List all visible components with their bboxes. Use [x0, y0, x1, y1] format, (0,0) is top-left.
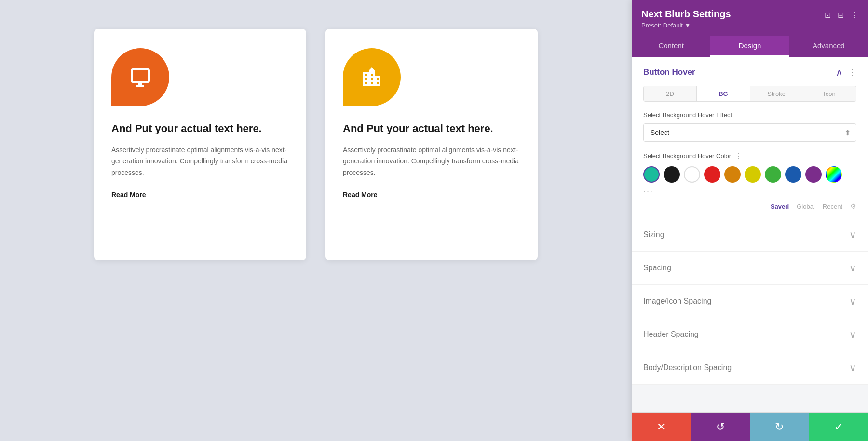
tab-content[interactable]: Content — [632, 36, 710, 57]
columns-icon[interactable]: ⊞ — [838, 11, 844, 20]
image-icon-spacing-title: Image/Icon Spacing — [643, 297, 711, 306]
bg-hover-effect-select[interactable]: Select — [643, 123, 856, 142]
spacing-section: Spacing ∨ — [632, 252, 868, 285]
image-icon-spacing-chevron-icon: ∨ — [849, 295, 856, 307]
color-swatch-green[interactable] — [765, 166, 781, 183]
color-tab-recent[interactable]: Recent — [823, 203, 842, 210]
panel-header-left: Next Blurb Settings Preset: Default ▼ — [641, 9, 731, 29]
color-tab-saved[interactable]: Saved — [771, 203, 789, 210]
building-icon — [360, 66, 383, 89]
sub-tab-icon[interactable]: Icon — [803, 86, 856, 101]
blurb-icon-bg-2 — [343, 48, 401, 106]
spacing-header[interactable]: Spacing ∨ — [632, 252, 868, 284]
bg-hover-effect-label: Select Background Hover Effect — [643, 111, 856, 119]
image-icon-spacing-header[interactable]: Image/Icon Spacing ∨ — [632, 285, 868, 318]
canvas-area: And Put your actual text here. Assertive… — [0, 0, 632, 441]
sizing-chevron-icon: ∨ — [849, 229, 856, 241]
color-swatch-gradient[interactable] — [826, 166, 842, 183]
monitor-icon — [129, 66, 152, 89]
sizing-section: Sizing ∨ — [632, 218, 868, 252]
panel-preset[interactable]: Preset: Default ▼ — [641, 22, 731, 29]
bg-hover-color-label-row: Select Background Hover Color ⋮ — [632, 151, 868, 166]
button-hover-title: Button Hover — [643, 67, 695, 77]
sub-tab-stroke[interactable]: Stroke — [750, 86, 803, 101]
panel-header: Next Blurb Settings Preset: Default ▼ ⊡ … — [632, 0, 868, 36]
color-swatch-white[interactable] — [684, 166, 700, 183]
color-swatch-black[interactable] — [664, 166, 680, 183]
button-hover-actions: ∧ ⋮ — [836, 67, 856, 78]
blurb-icon-bg-1 — [111, 48, 169, 106]
body-spacing-section: Body/Description Spacing ∨ — [632, 351, 868, 385]
read-more-link-2[interactable]: Read More — [343, 191, 378, 199]
bg-hover-color-label: Select Background Hover Color — [643, 152, 731, 160]
color-more-icon[interactable]: ⋮ — [735, 151, 743, 160]
button-hover-sub-tabs: 2D BG Stroke Icon — [643, 86, 856, 102]
color-settings-icon[interactable]: ⚙ — [850, 202, 856, 210]
panel-title: Next Blurb Settings — [641, 9, 731, 20]
sub-tab-2d[interactable]: 2D — [644, 86, 697, 101]
body-spacing-header[interactable]: Body/Description Spacing ∨ — [632, 351, 868, 384]
blurb-body-1: Assertively procrastinate optimal alignm… — [111, 145, 289, 179]
color-more-swatches[interactable]: ··· — [632, 187, 868, 200]
blurb-title-2: And Put your actual text here. — [343, 121, 520, 136]
spacing-chevron-icon: ∨ — [849, 262, 856, 274]
color-swatch-red[interactable] — [704, 166, 720, 183]
tab-advanced[interactable]: Advanced — [789, 36, 868, 57]
color-tabs-row: Saved Global Recent ⚙ — [632, 200, 868, 218]
color-swatch-orange[interactable] — [724, 166, 741, 183]
header-spacing-section: Header Spacing ∨ — [632, 318, 868, 351]
sub-tab-bg[interactable]: BG — [697, 86, 750, 101]
blurb-card-2: And Put your actual text here. Assertive… — [326, 29, 538, 260]
color-swatch-purple[interactable] — [805, 166, 822, 183]
body-spacing-title: Body/Description Spacing — [643, 363, 732, 372]
action-bar: ✕ ↺ ↻ ✓ — [632, 412, 868, 441]
blurb-body-2: Assertively procrastinate optimal alignm… — [343, 145, 520, 179]
color-swatch-blue[interactable] — [785, 166, 801, 183]
undo-button[interactable]: ↺ — [691, 413, 750, 441]
panel-content: Button Hover ∧ ⋮ 2D BG Stroke Icon — [632, 57, 868, 412]
button-hover-section: Button Hover ∧ ⋮ 2D BG Stroke Icon — [632, 57, 868, 218]
sizing-title: Sizing — [643, 230, 665, 239]
fullscreen-icon[interactable]: ⊡ — [825, 11, 831, 20]
cancel-button[interactable]: ✕ — [632, 413, 691, 441]
spacing-title: Spacing — [643, 264, 671, 272]
button-hover-header: Button Hover ∧ ⋮ — [632, 57, 868, 86]
body-spacing-chevron-icon: ∨ — [849, 362, 856, 374]
save-button[interactable]: ✓ — [809, 413, 868, 441]
read-more-link-1[interactable]: Read More — [111, 191, 146, 199]
button-hover-more-icon[interactable]: ⋮ — [848, 67, 856, 78]
redo-button[interactable]: ↻ — [750, 413, 809, 441]
blurb-title-1: And Put your actual text here. — [111, 121, 289, 136]
tab-design[interactable]: Design — [710, 36, 789, 57]
bg-hover-effect-group: Select Background Hover Effect Select ⬍ — [632, 111, 868, 151]
panel-tabs: Content Design Advanced — [632, 36, 868, 57]
header-spacing-chevron-icon: ∨ — [849, 329, 856, 340]
header-spacing-title: Header Spacing — [643, 330, 699, 339]
collapse-button-hover-icon[interactable]: ∧ — [836, 67, 843, 78]
more-options-icon[interactable]: ⋮ — [851, 11, 858, 20]
settings-panel: Next Blurb Settings Preset: Default ▼ ⊡ … — [632, 0, 868, 441]
color-swatch-teal[interactable] — [643, 166, 660, 183]
sizing-header[interactable]: Sizing ∨ — [632, 218, 868, 251]
blurb-card-1: And Put your actual text here. Assertive… — [94, 29, 306, 260]
color-tab-global[interactable]: Global — [797, 203, 815, 210]
image-icon-spacing-section: Image/Icon Spacing ∨ — [632, 285, 868, 318]
panel-header-icons: ⊡ ⊞ ⋮ — [825, 11, 858, 20]
bg-hover-effect-select-wrapper: Select ⬍ — [643, 123, 856, 142]
color-swatches — [632, 166, 868, 187]
header-spacing-header[interactable]: Header Spacing ∨ — [632, 318, 868, 351]
color-swatch-yellow[interactable] — [745, 166, 761, 183]
